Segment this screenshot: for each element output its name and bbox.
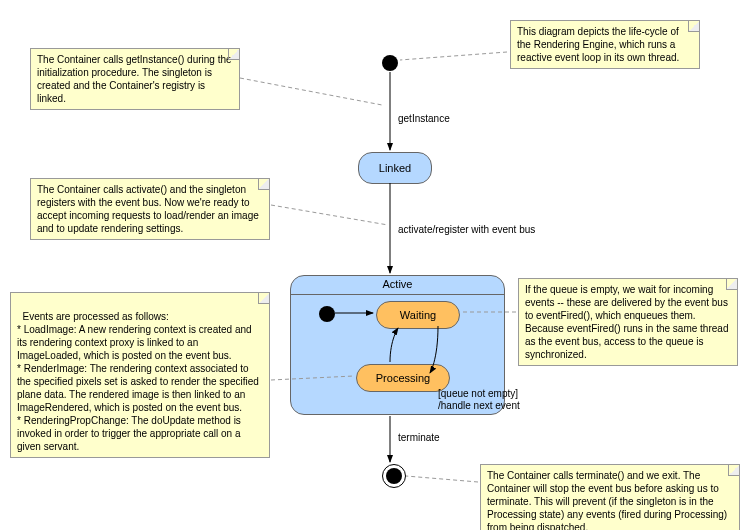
note-terminate: The Container calls terminate() and we e… — [480, 464, 740, 530]
note-text: The Container calls terminate() and we e… — [487, 470, 727, 530]
note-text: The Container calls activate() and the s… — [37, 184, 259, 234]
state-label: Active — [291, 278, 504, 290]
guard-label-2: /handle next event — [438, 400, 520, 411]
svg-line-4 — [240, 78, 382, 105]
note-getinstance: The Container calls getInstance() during… — [30, 48, 240, 110]
note-text: This diagram depicts the life-cycle of t… — [517, 26, 679, 63]
state-label: Linked — [379, 162, 411, 174]
note-processing: Events are processed as follows: * LoadI… — [10, 292, 270, 458]
transition-label-activate: activate/register with event bus — [398, 224, 535, 235]
note-waiting: If the queue is empty, we wait for incom… — [518, 278, 738, 366]
transition-label-terminate: terminate — [398, 432, 440, 443]
svg-line-5 — [271, 205, 388, 225]
state-label: Processing — [376, 372, 430, 384]
state-label: Waiting — [400, 309, 436, 321]
note-text: The Container calls getInstance() during… — [37, 54, 232, 104]
state-processing: Processing — [356, 364, 450, 392]
divider — [291, 294, 504, 295]
transition-label-getinstance: getInstance — [398, 113, 450, 124]
final-state — [382, 464, 406, 488]
note-activate: The Container calls activate() and the s… — [30, 178, 270, 240]
note-description: This diagram depicts the life-cycle of t… — [510, 20, 700, 69]
active-initial-state — [319, 306, 335, 322]
initial-state — [382, 55, 398, 71]
note-text: If the queue is empty, we wait for incom… — [525, 284, 728, 360]
guard-label-1: [queue not empty] — [438, 388, 518, 399]
svg-line-9 — [406, 476, 478, 482]
state-linked: Linked — [358, 152, 432, 184]
state-waiting: Waiting — [376, 301, 460, 329]
svg-line-6 — [400, 52, 507, 60]
note-text: Events are processed as follows: * LoadI… — [17, 311, 262, 452]
